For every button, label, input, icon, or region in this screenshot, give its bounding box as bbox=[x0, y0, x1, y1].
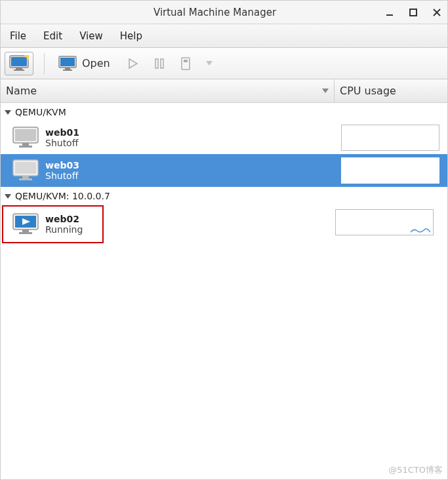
vm-name: web01 bbox=[45, 127, 79, 138]
vm-name: web03 bbox=[45, 160, 79, 170]
svg-rect-1 bbox=[410, 9, 417, 16]
svg-rect-6 bbox=[16, 68, 22, 70]
window: Virtual Machine Manager File Edit View H… bbox=[0, 0, 448, 480]
menu-edit[interactable]: Edit bbox=[37, 28, 69, 45]
connection-label: QEMU/KVM bbox=[15, 107, 66, 117]
svg-rect-11 bbox=[65, 68, 70, 70]
svg-rect-24 bbox=[22, 176, 29, 178]
connection-group[interactable]: QEMU/KVM bbox=[1, 103, 447, 121]
svg-rect-29 bbox=[22, 230, 29, 232]
vm-running-icon bbox=[12, 213, 39, 235]
svg-rect-21 bbox=[19, 146, 32, 148]
vm-off-icon bbox=[12, 127, 39, 149]
svg-rect-15 bbox=[161, 59, 163, 68]
menu-view[interactable]: View bbox=[73, 28, 110, 45]
vm-name: web02 bbox=[45, 214, 83, 224]
column-name-label: Name bbox=[6, 85, 37, 97]
run-button[interactable] bbox=[123, 52, 144, 75]
svg-rect-19 bbox=[15, 129, 36, 141]
svg-rect-12 bbox=[63, 70, 72, 71]
maximize-button[interactable] bbox=[408, 7, 418, 18]
svg-rect-25 bbox=[19, 178, 32, 180]
vm-row[interactable]: web01 Shutoff bbox=[1, 121, 447, 154]
svg-rect-17 bbox=[184, 60, 188, 62]
open-label: Open bbox=[82, 57, 110, 70]
titlebar: Virtual Machine Manager bbox=[1, 1, 447, 24]
svg-rect-23 bbox=[15, 162, 36, 174]
close-button[interactable] bbox=[432, 7, 442, 18]
svg-rect-20 bbox=[22, 143, 29, 146]
open-button[interactable]: Open bbox=[55, 52, 117, 75]
vm-row[interactable]: web02 Running bbox=[2, 205, 104, 243]
vm-row[interactable]: web03 Shutoff bbox=[1, 154, 447, 187]
minimize-button[interactable] bbox=[384, 7, 395, 18]
window-title: Virtual Machine Manager bbox=[45, 7, 384, 18]
new-vm-button[interactable] bbox=[5, 52, 33, 75]
column-name[interactable]: Name bbox=[1, 79, 335, 102]
menu-file[interactable]: File bbox=[3, 28, 33, 45]
chevron-down-icon bbox=[5, 194, 11, 199]
cpu-graph bbox=[341, 125, 439, 151]
vm-status: Shutoff bbox=[45, 138, 79, 148]
toolbar: Open bbox=[1, 48, 447, 79]
vm-tree[interactable]: QEMU/KVM web01 Shutoff bbox=[1, 103, 447, 479]
svg-rect-5 bbox=[11, 57, 27, 66]
menubar: File Edit View Help bbox=[1, 24, 447, 48]
column-headers: Name CPU usage bbox=[1, 79, 447, 103]
svg-rect-16 bbox=[182, 58, 190, 70]
svg-rect-10 bbox=[60, 58, 75, 66]
shutdown-menu-button[interactable] bbox=[201, 52, 217, 75]
svg-marker-13 bbox=[129, 59, 137, 68]
connection-label: QEMU/KVM: 10.0.0.7 bbox=[15, 191, 110, 201]
shutdown-button[interactable] bbox=[175, 52, 196, 75]
svg-rect-30 bbox=[19, 232, 32, 234]
chevron-down-icon bbox=[5, 110, 11, 115]
cpu-graph bbox=[341, 157, 439, 184]
vm-off-icon bbox=[12, 159, 39, 182]
vm-status: Running bbox=[45, 224, 83, 235]
toolbar-separator bbox=[44, 53, 45, 74]
menu-help[interactable]: Help bbox=[113, 28, 149, 45]
sort-indicator-icon bbox=[322, 89, 329, 93]
svg-rect-14 bbox=[155, 59, 158, 68]
vm-status: Shutoff bbox=[45, 170, 79, 181]
watermark: @51CTO博客 bbox=[388, 464, 443, 476]
connection-group[interactable]: QEMU/KVM: 10.0.0.7 bbox=[1, 187, 447, 205]
svg-rect-7 bbox=[14, 70, 24, 71]
cpu-graph bbox=[335, 209, 434, 235]
column-cpu[interactable]: CPU usage bbox=[335, 79, 447, 102]
column-cpu-label: CPU usage bbox=[340, 85, 396, 97]
pause-button[interactable] bbox=[149, 52, 170, 75]
